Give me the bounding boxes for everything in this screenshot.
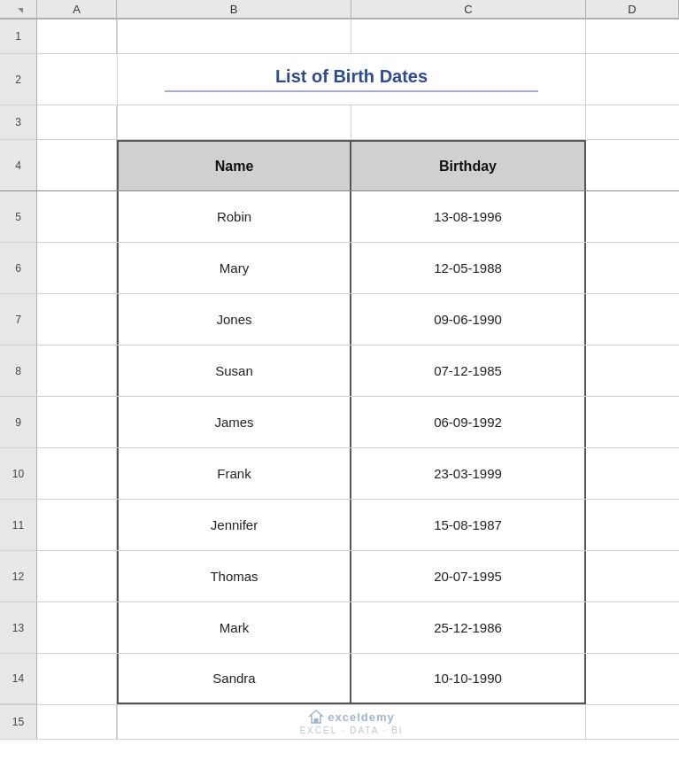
row-number: 9 [0,397,37,447]
cell-13d[interactable] [586,602,679,653]
birthday-cell[interactable]: 09-06-1990 [351,294,586,345]
cell-12a[interactable] [37,551,117,602]
col-header-a: A [37,0,117,19]
spreadsheet-row: 2 List of Birth Dates [0,54,679,105]
cell-4a[interactable] [37,140,117,190]
birthday-cell[interactable]: 25-12-1986 [351,602,586,653]
cell-1c[interactable] [351,19,586,53]
birthday-cell[interactable]: 20-07-1995 [351,551,586,602]
watermark-row: 15 exceldemy EXCEL · DATA · BI [0,705,679,740]
table-row: 9 James 06-09-1992 [0,397,679,448]
row-number: 6 [0,243,37,293]
cell-6d[interactable] [586,243,679,293]
name-cell[interactable]: Mark [117,602,351,653]
row-number: 13 [0,602,37,653]
row-number: 10 [0,448,37,499]
cell-5a[interactable] [37,191,117,242]
birthday-cell[interactable]: 07-12-1985 [351,345,586,396]
cell-8a[interactable] [37,345,117,396]
table-header-birthday: Birthday [351,140,586,190]
row-number: 4 [0,140,37,190]
cell-3a[interactable] [37,105,117,139]
cell-14a[interactable] [37,654,117,704]
cell-1a[interactable] [37,19,117,53]
row-number: 15 [0,705,37,739]
name-cell[interactable]: Thomas [117,551,351,602]
row-number: 12 [0,551,37,602]
table-header-name: Name [117,140,351,190]
name-cell[interactable]: Susan [117,345,351,396]
row-number: 8 [0,345,37,396]
cell-3c[interactable] [351,105,586,139]
select-all-arrow [18,8,23,13]
cell-7a[interactable] [37,294,117,345]
birthday-cell[interactable]: 15-08-1987 [351,500,586,550]
table-row: 12 Thomas 20-07-1995 [0,551,679,602]
cell-7d[interactable] [586,294,679,345]
name-cell[interactable]: Frank [117,448,351,499]
spreadsheet: A B C D 1 2 List of Birth Dates [0,0,679,784]
cell-2a[interactable] [37,54,117,105]
cell-11a[interactable] [37,500,117,550]
cell-1b[interactable] [117,19,351,53]
table-row: 7 Jones 09-06-1990 [0,294,679,345]
spreadsheet-row: 1 [0,19,679,54]
col-header-c: C [351,0,586,19]
cell-15d[interactable] [586,705,679,739]
birthday-cell[interactable]: 13-08-1996 [351,191,586,242]
name-cell[interactable]: James [117,397,351,447]
title-merged-cell[interactable]: List of Birth Dates [117,54,586,105]
corner-cell[interactable] [0,0,37,19]
row-number: 11 [0,500,37,550]
cell-1d[interactable] [586,19,679,53]
cell-14d[interactable] [586,654,679,704]
name-cell[interactable]: Jones [117,294,351,345]
title-underline [165,90,538,92]
table-row: 14 Sandra 10-10-1990 [0,654,679,705]
name-cell[interactable]: Mary [117,243,351,293]
cell-8d[interactable] [586,345,679,396]
table-row: 8 Susan 07-12-1985 [0,345,679,397]
cell-4d[interactable] [586,140,679,190]
cell-6a[interactable] [37,243,117,293]
name-cell[interactable]: Sandra [117,654,351,704]
birthday-cell[interactable]: 10-10-1990 [351,654,586,704]
cell-3d[interactable] [586,105,679,139]
name-cell[interactable]: Jennifer [117,500,351,550]
table-row: 13 Mark 25-12-1986 [0,602,679,654]
table-header-row: 4 Name Birthday [0,140,679,191]
exceldemy-logo-icon [308,709,324,725]
cell-15a[interactable] [37,705,117,739]
cell-3b[interactable] [117,105,351,139]
name-cell[interactable]: Robin [117,191,351,242]
row-number: 5 [0,191,37,242]
watermark-cell: exceldemy EXCEL · DATA · BI [117,705,586,739]
table-row: 6 Mary 12-05-1988 [0,243,679,294]
col-header-b: B [117,0,351,19]
birthday-cell[interactable]: 23-03-1999 [351,448,586,499]
cell-13a[interactable] [37,602,117,653]
table-row: 10 Frank 23-03-1999 [0,448,679,500]
cell-12d[interactable] [586,551,679,602]
cell-10a[interactable] [37,448,117,499]
table-row: 11 Jennifer 15-08-1987 [0,500,679,551]
row-number: 7 [0,294,37,345]
cell-9a[interactable] [37,397,117,447]
col-header-d: D [586,0,679,19]
row-number: 3 [0,105,37,139]
cell-11d[interactable] [586,500,679,550]
rows-container: 1 2 List of Birth Dates 3 [0,19,679,784]
cell-2d[interactable] [586,54,679,105]
watermark-content: exceldemy EXCEL · DATA · BI [299,709,403,735]
cell-9d[interactable] [586,397,679,447]
birthday-cell[interactable]: 06-09-1992 [351,397,586,447]
birthday-cell[interactable]: 12-05-1988 [351,243,586,293]
cell-10d[interactable] [586,448,679,499]
row-number: 2 [0,54,37,105]
table-row: 5 Robin 13-08-1996 [0,191,679,243]
row-number: 1 [0,19,37,53]
cell-5d[interactable] [586,191,679,242]
spreadsheet-title: List of Birth Dates [118,66,585,92]
svg-rect-1 [314,718,319,723]
spreadsheet-row: 3 [0,105,679,140]
